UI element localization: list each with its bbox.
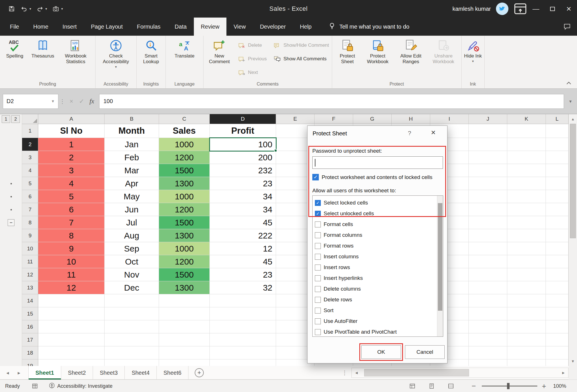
name-box[interactable]: D2 ▼: [3, 94, 58, 109]
permission-format-columns[interactable]: Format columns: [313, 230, 443, 240]
cell-A18[interactable]: [38, 346, 105, 359]
cell-K6[interactable]: [507, 190, 546, 203]
cell-A12[interactable]: 11: [38, 268, 105, 281]
permission-insert-rows[interactable]: Insert rows: [313, 262, 443, 273]
row-header-17[interactable]: 17: [22, 333, 38, 346]
listbox-scrollbar[interactable]: [437, 196, 443, 336]
row-header-10[interactable]: 10: [22, 242, 38, 255]
row-header-12[interactable]: 12: [22, 268, 38, 281]
cell-C7[interactable]: 1200: [159, 203, 210, 216]
cell-A15[interactable]: [38, 307, 105, 320]
normal-view-button[interactable]: [409, 380, 415, 392]
cell-K12[interactable]: [507, 268, 546, 281]
cell-B16[interactable]: [105, 320, 159, 333]
ribbon-button-smart-lookup[interactable]: Smart Lookup: [138, 37, 164, 65]
protect-worksheet-checkbox[interactable]: ✓ Protect worksheet and contents of lock…: [312, 174, 432, 180]
cancel-entry-button[interactable]: ×: [66, 98, 77, 105]
row-header-7[interactable]: 7: [22, 203, 38, 216]
user-name[interactable]: kamlesh kumar: [452, 6, 491, 12]
cell-B9[interactable]: Aug: [105, 229, 159, 242]
column-header-I[interactable]: I: [430, 114, 469, 124]
menu-tab-developer[interactable]: Developer: [253, 18, 293, 36]
cell-D12[interactable]: 23: [210, 268, 276, 281]
cell-A5[interactable]: 4: [38, 177, 105, 190]
cell-B17[interactable]: [105, 333, 159, 346]
cell-C15[interactable]: [159, 307, 210, 320]
column-header-L[interactable]: L: [546, 114, 568, 124]
cell-A2[interactable]: 1: [38, 138, 105, 151]
permission-insert-hyperlinks[interactable]: Insert hyperlinks: [313, 273, 443, 284]
column-header-G[interactable]: G: [353, 114, 392, 124]
cell-L8[interactable]: [546, 216, 568, 229]
cell-K5[interactable]: [507, 177, 546, 190]
cell-J4[interactable]: [469, 164, 507, 177]
cell-L12[interactable]: [546, 268, 568, 281]
tab-scroll-splitter[interactable]: ⋮: [342, 366, 347, 380]
dialog-help-button[interactable]: ?: [405, 130, 414, 137]
ribbon-button-spelling[interactable]: ABCSpelling: [2, 37, 28, 59]
cell-K4[interactable]: [507, 164, 546, 177]
name-box-dropdown-icon[interactable]: ▼: [51, 99, 55, 103]
cell-C11[interactable]: 1200: [159, 255, 210, 268]
cell-J11[interactable]: [469, 255, 507, 268]
cell-C6[interactable]: 1000: [159, 190, 210, 203]
cell-D13[interactable]: 32: [210, 281, 276, 294]
cell-L11[interactable]: [546, 255, 568, 268]
cell-C18[interactable]: [159, 346, 210, 359]
cell-J19[interactable]: [469, 359, 507, 366]
cell-L4[interactable]: [546, 164, 568, 177]
sheet-tab-sheet2[interactable]: Sheet2: [61, 366, 93, 380]
cell-J6[interactable]: [469, 190, 507, 203]
checkbox-unchecked-icon[interactable]: [315, 254, 321, 260]
ribbon-button-show-all-comments[interactable]: Show All Comments: [272, 52, 330, 66]
cell-C17[interactable]: [159, 333, 210, 346]
ribbon-button-next[interactable]: Next: [237, 66, 268, 79]
row-header-11[interactable]: 11: [22, 255, 38, 268]
ribbon-button-workbook-statistics[interactable]: 123Workbook Statistics: [58, 37, 94, 65]
column-header-K[interactable]: K: [507, 114, 546, 124]
zoom-in-button[interactable]: +: [542, 380, 546, 392]
cell-C12[interactable]: 1500: [159, 268, 210, 281]
fill-handle[interactable]: [274, 149, 277, 152]
cell-D3[interactable]: 200: [210, 151, 276, 164]
cell-K10[interactable]: [507, 242, 546, 255]
cell-K7[interactable]: [507, 203, 546, 216]
zoom-slider-thumb[interactable]: [507, 383, 510, 389]
cell-A13[interactable]: 12: [38, 281, 105, 294]
ribbon-button-allow-edit-ranges[interactable]: Allow Edit Ranges: [394, 37, 427, 65]
sheet-tab-sheet1[interactable]: Sheet1: [28, 366, 61, 380]
cell-B6[interactable]: May: [105, 190, 159, 203]
ribbon-button-translate[interactable]: aATranslate: [167, 37, 201, 59]
permission-use-autofilter[interactable]: Use AutoFilter: [313, 316, 443, 327]
horizontal-scroll-thumb[interactable]: [364, 369, 469, 376]
scroll-left-icon[interactable]: ◄: [352, 368, 361, 378]
checkbox-checked-icon[interactable]: ✓: [315, 211, 321, 217]
redo-dropdown-icon[interactable]: ▾: [45, 7, 47, 11]
cell-A6[interactable]: 5: [38, 190, 105, 203]
tell-me-box[interactable]: Tell me what you want to do: [328, 18, 409, 36]
cell-L9[interactable]: [546, 229, 568, 242]
cell-C13[interactable]: 1300: [159, 281, 210, 294]
cell-A4[interactable]: 3: [38, 164, 105, 177]
page-break-view-button[interactable]: [448, 380, 454, 392]
cell-A16[interactable]: [38, 320, 105, 333]
permission-insert-columns[interactable]: Insert columns: [313, 251, 443, 262]
ribbon-button-new-comment[interactable]: New Comment: [205, 37, 234, 65]
cell-J15[interactable]: [469, 307, 507, 320]
cell-L13[interactable]: [546, 281, 568, 294]
row-header-6[interactable]: 6: [22, 190, 38, 203]
cell-J7[interactable]: [469, 203, 507, 216]
row-header-19[interactable]: 19: [22, 359, 38, 366]
row-header-1[interactable]: 1: [22, 124, 38, 138]
sheet-tab-sheet3[interactable]: Sheet3: [93, 366, 125, 380]
cell-D16[interactable]: [210, 320, 276, 333]
customize-qat-icon[interactable]: ▾: [61, 7, 63, 11]
permission-select-unlocked-cells[interactable]: ✓Select unlocked cells: [313, 208, 443, 219]
menu-tab-review[interactable]: Review: [194, 18, 227, 36]
zoom-out-button[interactable]: −: [472, 380, 476, 392]
outline-collapse-button[interactable]: −: [8, 219, 14, 226]
cell-D10[interactable]: 12: [210, 242, 276, 255]
row-header-5[interactable]: 5: [22, 177, 38, 190]
cell-A14[interactable]: [38, 294, 105, 307]
cell-D5[interactable]: 23: [210, 177, 276, 190]
